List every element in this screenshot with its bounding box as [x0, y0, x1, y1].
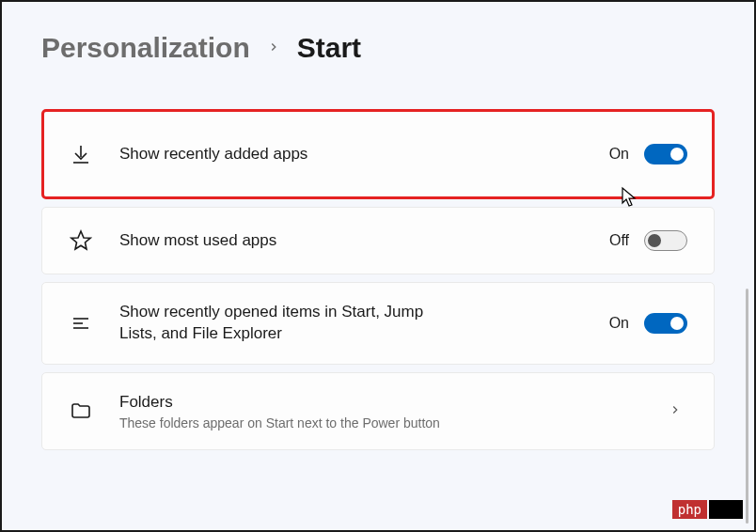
- setting-label: Show recently opened items in Start, Jum…: [119, 302, 609, 345]
- chevron-right-icon: [669, 401, 682, 421]
- download-icon: [69, 142, 93, 166]
- star-icon: [69, 228, 93, 253]
- setting-title: Show recently added apps: [119, 144, 609, 165]
- setting-subtitle: These folders appear on Start next to th…: [119, 415, 669, 430]
- setting-title: Folders: [119, 392, 669, 414]
- setting-label: Show most used apps: [119, 230, 609, 252]
- toggle-state-label: Off: [609, 232, 629, 249]
- setting-label: Show recently added apps: [119, 144, 609, 165]
- breadcrumb-current: Start: [297, 32, 361, 64]
- scrollbar[interactable]: [746, 289, 748, 524]
- setting-title: Show most used apps: [119, 230, 609, 252]
- watermark: php: [672, 500, 743, 519]
- setting-recently-added-apps[interactable]: Show recently added apps On: [41, 109, 715, 199]
- watermark-text: php: [672, 500, 707, 519]
- toggle-switch[interactable]: [644, 144, 687, 164]
- setting-recent-items[interactable]: Show recently opened items in Start, Jum…: [41, 282, 715, 365]
- breadcrumb: Personalization Start: [41, 32, 715, 64]
- setting-control: On: [609, 144, 687, 164]
- chevron-right-icon: [267, 39, 280, 58]
- svg-marker-0: [71, 231, 90, 249]
- list-icon: [69, 311, 93, 336]
- setting-folders[interactable]: Folders These folders appear on Start ne…: [41, 372, 715, 450]
- toggle-switch[interactable]: [644, 313, 687, 334]
- setting-most-used-apps[interactable]: Show most used apps Off: [41, 207, 715, 274]
- setting-control: On: [609, 313, 687, 334]
- setting-control: [669, 401, 687, 421]
- setting-title: Show recently opened items in Start, Jum…: [119, 302, 439, 345]
- toggle-switch[interactable]: [644, 230, 687, 251]
- toggle-state-label: On: [609, 146, 629, 163]
- folder-icon: [69, 399, 93, 423]
- breadcrumb-parent[interactable]: Personalization: [41, 32, 250, 64]
- settings-list: Show recently added apps On Show most us…: [41, 109, 715, 450]
- setting-label: Folders These folders appear on Start ne…: [119, 392, 669, 430]
- toggle-state-label: On: [609, 315, 629, 332]
- setting-control: Off: [609, 230, 687, 251]
- watermark-block: [709, 500, 743, 519]
